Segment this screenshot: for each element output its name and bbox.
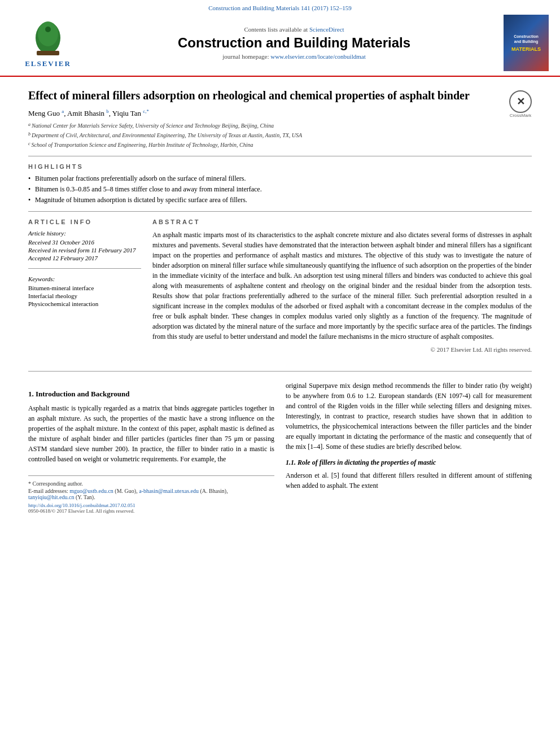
paper-title: Effect of mineral fillers adsorption on … (28, 88, 532, 103)
homepage-link[interactable]: www.elsevier.com/locate/conbuildmat (270, 53, 366, 60)
highlights-title: HIGHLIGHTS (28, 163, 532, 170)
subsection1-text: Anderson et al. [5] found that different… (286, 470, 532, 491)
cover-top-text: Construction and Building (514, 34, 539, 44)
accepted-date: Accepted 12 February 2017 (28, 255, 141, 261)
svg-point-3 (45, 27, 51, 32)
footnote-corresponding: * Corresponding author. (28, 480, 274, 487)
highlights-section: HIGHLIGHTS Bitumen polar fractions prefe… (28, 163, 532, 204)
section1-right-text: original Superpave mix design method rec… (286, 381, 532, 452)
doi-link[interactable]: http://dx.doi.org/10.1016/j.conbuildmat.… (28, 503, 274, 508)
issn-line: 0950-0618/© 2017 Elsevier Ltd. All right… (28, 508, 274, 514)
highlight-item-1: Bitumen polar fractions preferentially a… (28, 174, 532, 183)
paper-container: ✕ CrossMark Effect of mineral fillers ad… (0, 77, 560, 364)
elsevier-text: ELSEVIER (25, 59, 71, 68)
journal-ref: Construction and Building Materials 141 … (208, 5, 352, 11)
elsevier-tree-icon (25, 18, 71, 58)
highlights-list: Bitumen polar fractions preferentially a… (28, 174, 532, 204)
section1-left-text: Asphalt mastic is typically regarded as … (28, 403, 274, 464)
keywords-section: Keywords: Bitumen-mineral interface Inte… (28, 276, 141, 307)
affiliation-c: c School of Transportation Science and E… (28, 141, 532, 149)
keyword-1: Bitumen-mineral interface (28, 285, 141, 291)
footnote-section: * Corresponding author. E-mail addresses… (28, 475, 274, 514)
article-info-title: ARTICLE INFO (28, 219, 141, 225)
journal-top-bar: Construction and Building Materials 141 … (0, 5, 560, 11)
footnote-email-line: E-mail addresses: mguo@ustb.edu.cn (M. G… (28, 488, 274, 500)
email-bhasin[interactable]: a-bhasin@mail.utexas.edu (139, 488, 199, 494)
journal-cover-image: Construction and Building MATERIALS (504, 15, 549, 71)
subsection1-heading: 1.1. Role of fillers in dictating the pr… (286, 458, 532, 467)
article-info-col: ARTICLE INFO Article history: Received 3… (28, 219, 141, 353)
article-history: Article history: Received 31 October 201… (28, 230, 141, 261)
journal-header: Construction and Building Materials 141 … (0, 0, 560, 77)
contents-line: Contents lists available at ScienceDirec… (85, 26, 504, 33)
copyright-line: © 2017 Elsevier Ltd. All rights reserved… (152, 346, 532, 353)
section1-heading: 1. Introduction and Background (28, 390, 274, 399)
keyword-2: Interfacial rheology (28, 292, 141, 299)
svg-rect-4 (37, 51, 59, 55)
keywords-title: Keywords: (28, 276, 141, 282)
authors-line: Meng Guo a, Amit Bhasin b, Yiqiu Tan c,* (28, 108, 532, 118)
received-revised-date: Received in revised form 11 February 201… (28, 247, 141, 254)
elsevier-logo: ELSEVIER (11, 18, 85, 68)
sciencedirect-link[interactable]: ScienceDirect (309, 26, 344, 33)
body-right: original Superpave mix design method rec… (286, 381, 532, 514)
journal-main-title: Construction and Building Materials (85, 35, 504, 51)
article-history-title: Article history: (28, 230, 141, 237)
body-left: 1. Introduction and Background Asphalt m… (28, 381, 274, 514)
abstract-col: ABSTRACT An asphalt mastic imparts most … (152, 219, 532, 353)
journal-title-block: Contents lists available at ScienceDirec… (85, 26, 504, 60)
highlight-item-2: Bitumen is 0.3–0.85 and 5–8 times stiffe… (28, 185, 532, 194)
crossmark-icon: ✕ (509, 90, 532, 113)
received-date: Received 31 October 2016 (28, 239, 141, 246)
article-info-abstract: ARTICLE INFO Article history: Received 3… (28, 219, 532, 353)
cover-title: MATERIALS (511, 46, 541, 52)
crossmark-badge: ✕ CrossMark (509, 90, 532, 118)
main-body: 1. Introduction and Background Asphalt m… (0, 381, 560, 514)
divider-2 (28, 211, 532, 212)
affiliation-b: b Department of Civil, Architectural, an… (28, 131, 532, 139)
email-guo[interactable]: mguo@ustb.edu.cn (69, 488, 113, 494)
svg-point-2 (38, 21, 58, 46)
email-tan[interactable]: tanyiqiu@hit.edu.cn (28, 494, 74, 500)
affiliation-a: a National Center for Materials Service … (28, 121, 532, 130)
journal-banner: ELSEVIER Contents lists available at Sci… (0, 15, 560, 76)
divider-body (28, 371, 532, 372)
keyword-3: Physicochemical interaction (28, 300, 141, 307)
highlight-item-3: Magnitude of bitumen adsorption is dicta… (28, 196, 532, 204)
abstract-text: An asphalt mastic imparts most of its ch… (152, 230, 532, 342)
abstract-title: ABSTRACT (152, 219, 532, 225)
divider-1 (28, 156, 532, 156)
divider-keywords (28, 268, 141, 269)
journal-homepage: journal homepage: www.elsevier.com/locat… (85, 53, 504, 60)
affiliations: a National Center for Materials Service … (28, 121, 532, 149)
